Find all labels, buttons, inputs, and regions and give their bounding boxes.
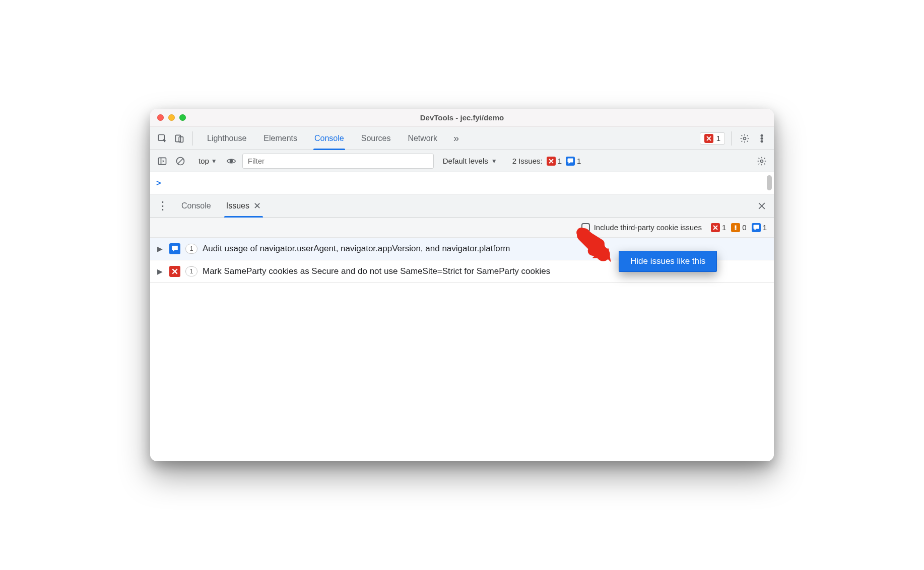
drawer-tab-issues[interactable]: Issues ✕ [222,194,265,217]
warning-icon [731,223,740,232]
drawer-kebab-menu-icon[interactable]: ⋮ [155,199,170,212]
error-x-icon [547,157,556,166]
main-tabs: Lighthouse Elements Console Sources Netw… [202,127,463,150]
issue-count-badge: 1 [185,266,197,276]
scrollbar-thumb[interactable] [767,175,772,190]
error-x-icon [169,266,180,277]
close-tab-icon[interactable]: ✕ [253,200,261,211]
svg-point-5 [761,137,762,139]
toggle-sidebar-icon[interactable] [155,154,169,168]
inspect-element-icon[interactable] [155,131,169,146]
toolbar-divider [731,131,732,146]
close-drawer-icon[interactable] [755,199,769,213]
issue-count-badge: 1 [185,244,197,254]
svg-rect-7 [159,158,166,164]
issues-summary[interactable]: 2 Issues: 1 1 [512,157,581,166]
svg-point-6 [761,140,762,142]
drawer-tab-console[interactable]: Console [177,194,215,217]
tab-console[interactable]: Console [309,127,349,150]
context-menu-hide-issues[interactable]: Hide issues like this [619,251,717,272]
log-levels-selector[interactable]: Default levels ▼ [443,157,497,165]
more-tabs-overflow[interactable]: » [449,132,463,144]
tab-network[interactable]: Network [403,127,442,150]
settings-gear-icon[interactable] [738,131,752,146]
info-speech-icon [752,223,761,232]
devtools-window: DevTools - jec.fyi/demo Lighthouse Eleme… [150,109,774,461]
window-titlebar: DevTools - jec.fyi/demo [150,109,774,127]
execution-context-selector[interactable]: top ▼ [195,156,220,166]
expand-caret-icon[interactable]: ▶ [157,265,164,275]
tab-sources[interactable]: Sources [356,127,396,150]
toolbar-divider [192,131,193,146]
svg-point-12 [761,160,763,162]
console-prompt-chevron: > [156,179,161,188]
console-settings-gear-icon[interactable] [755,154,769,168]
console-filter-toolbar: top ▼ Default levels ▼ 2 Issues: 1 1 [150,150,774,172]
console-errors-badge[interactable]: 1 [700,132,725,145]
tab-elements[interactable]: Elements [258,127,302,150]
device-toolbar-icon[interactable] [172,131,186,146]
chevron-down-icon: ▼ [491,158,497,165]
window-title: DevTools - jec.fyi/demo [150,113,774,122]
chevron-down-icon: ▼ [211,158,217,165]
svg-rect-1 [176,135,181,141]
expand-caret-icon[interactable]: ▶ [157,243,164,253]
svg-point-3 [744,137,746,139]
svg-rect-14 [735,229,736,230]
minimize-window-button[interactable] [168,114,175,121]
clear-console-icon[interactable] [173,154,187,168]
kebab-menu-icon[interactable] [755,131,769,146]
svg-line-10 [178,159,183,164]
traffic-lights [157,114,186,121]
close-window-button[interactable] [157,114,164,121]
issues-list: ▶ 1 Audit usage of navigator.userAgent, … [150,238,774,461]
include-third-party-cookies-checkbox[interactable]: Include third-party cookie issues [581,223,702,232]
main-tabstrip: Lighthouse Elements Console Sources Netw… [150,127,774,150]
svg-rect-13 [735,226,736,228]
error-x-icon [711,223,720,232]
issues-options-bar: Include third-party cookie issues 1 0 1 [150,218,774,238]
tab-lighthouse[interactable]: Lighthouse [202,127,251,150]
info-speech-icon [566,157,575,166]
drawer-tabstrip: ⋮ Console Issues ✕ [150,194,774,218]
console-filter-input[interactable] [242,154,434,169]
error-x-icon [704,134,713,143]
error-count: 1 [716,134,720,142]
console-prompt-area[interactable]: > [150,172,774,194]
third-party-checkbox-input[interactable] [581,223,590,232]
zoom-window-button[interactable] [179,114,186,121]
svg-point-11 [230,160,232,162]
svg-point-4 [761,134,762,136]
info-speech-icon [169,243,180,254]
live-expression-eye-icon[interactable] [224,154,238,168]
